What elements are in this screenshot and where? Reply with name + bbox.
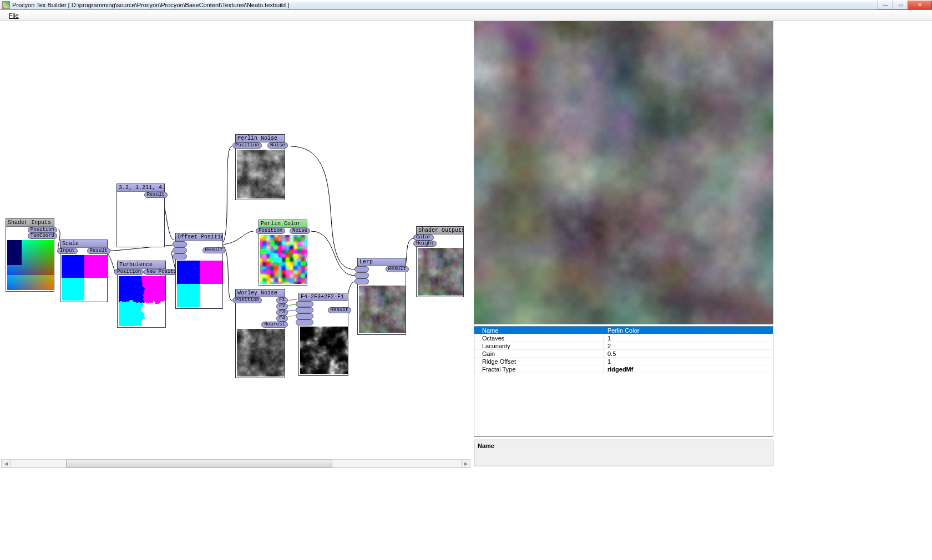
- node-title: Offset Position: [176, 233, 222, 241]
- window-titlebar: Procyon Tex Builder [ D:\programming\sou…: [0, 0, 932, 10]
- port-c[interactable]: [296, 313, 313, 319]
- port-noise[interactable]: Noise: [267, 142, 288, 149]
- property-key: Fractal Type: [474, 365, 604, 373]
- port-noise[interactable]: Noise: [290, 228, 310, 234]
- port-a[interactable]: [296, 301, 313, 307]
- node-title: Lerp: [358, 258, 406, 266]
- node-preview: [177, 261, 222, 307]
- node-preview: [418, 248, 463, 296]
- node-preview: [359, 286, 406, 333]
- node-worley-noise[interactable]: Worley Noise PositionF1 F2 F3 F4 Nearest: [235, 289, 285, 378]
- node-preview: [119, 276, 165, 326]
- node-title: Shader Outputs: [417, 227, 463, 235]
- node-shader-outputs[interactable]: Shader Outputs Color Height: [416, 226, 464, 297]
- port-t[interactable]: [354, 278, 369, 284]
- property-key: Name: [474, 327, 604, 334]
- canvas-scrollbar-horizontal[interactable]: ◀ ▶: [1, 459, 470, 468]
- close-button[interactable]: ✕: [908, 1, 932, 9]
- property-value[interactable]: ridgedMf: [604, 365, 773, 373]
- port-position[interactable]: Position: [232, 142, 262, 149]
- port-f1[interactable]: F1: [276, 297, 288, 303]
- port-height[interactable]: Height: [413, 241, 437, 247]
- property-value[interactable]: Perlin Color: [604, 327, 773, 334]
- port-result[interactable]: Result: [386, 266, 409, 272]
- port-position[interactable]: Position: [114, 269, 144, 275]
- port-nearest[interactable]: Nearest: [261, 322, 288, 328]
- node-preview: [62, 255, 107, 301]
- property-row[interactable]: Lacunarity2: [474, 342, 773, 350]
- scroll-right-icon[interactable]: ▶: [461, 460, 470, 467]
- port-d[interactable]: [296, 319, 313, 325]
- property-value[interactable]: 1: [604, 358, 773, 365]
- node-scale[interactable]: Scale Input Result: [60, 240, 108, 302]
- node-constant[interactable]: 3.2, 1.231, 4.324 Result: [116, 184, 165, 247]
- node-title: Shader Inputs: [6, 219, 54, 227]
- port-f4[interactable]: F4: [276, 315, 288, 322]
- port-result[interactable]: Result: [144, 192, 168, 198]
- property-row[interactable]: Ridge Offset1: [474, 358, 773, 365]
- minimize-button[interactable]: —: [878, 1, 893, 9]
- node-preview: [117, 198, 164, 247]
- port-position[interactable]: Position: [232, 297, 262, 303]
- property-row[interactable]: NamePerlin Color: [474, 327, 773, 334]
- app-icon: [2, 1, 10, 9]
- property-row[interactable]: Fractal TyperidgedMf: [474, 365, 773, 373]
- port-color[interactable]: Color: [413, 235, 434, 241]
- port-result[interactable]: Result: [202, 247, 226, 253]
- node-shader-inputs[interactable]: Shader Inputs Position TexCoord: [6, 218, 54, 292]
- node-title: Turbulence: [118, 261, 165, 269]
- port-f2[interactable]: F2: [276, 303, 288, 309]
- preview-panel: [474, 21, 773, 324]
- port-f3[interactable]: F3: [276, 309, 288, 315]
- property-description: Name: [474, 440, 773, 466]
- port-result[interactable]: Result: [328, 307, 351, 313]
- window-title: Procyon Tex Builder [ D:\programming\sou…: [12, 2, 878, 8]
- port-texcoord[interactable]: TexCoord: [28, 233, 57, 239]
- node-worley-math[interactable]: F4-2F3+2F2-F1 Result: [298, 293, 348, 376]
- node-preview: [7, 240, 54, 290]
- node-preview: [237, 329, 285, 376]
- port-position[interactable]: Position: [256, 228, 285, 234]
- node-graph-canvas[interactable]: Shader Inputs Position TexCoord Scale In…: [0, 21, 472, 459]
- scroll-thumb[interactable]: [66, 460, 332, 467]
- node-title: Worley Noise: [236, 289, 285, 297]
- property-value[interactable]: 0.5: [604, 350, 773, 357]
- texture-preview: [474, 21, 773, 324]
- scroll-left-icon[interactable]: ◀: [2, 460, 11, 467]
- node-preview: [300, 327, 348, 374]
- port-in1[interactable]: [173, 241, 187, 247]
- property-key: Gain: [474, 350, 604, 357]
- node-preview: [237, 150, 285, 198]
- port-in2[interactable]: [173, 247, 187, 253]
- property-key: Lacunarity: [474, 342, 604, 349]
- property-key: Octaves: [474, 334, 604, 342]
- maximize-button[interactable]: ▭: [893, 1, 908, 9]
- property-desc-label: Name: [478, 442, 769, 449]
- port-b[interactable]: [296, 307, 313, 313]
- port-result[interactable]: Result: [87, 248, 110, 254]
- property-value[interactable]: 1: [604, 334, 773, 342]
- node-title: 3.2, 1.231, 4.324: [117, 184, 164, 192]
- node-perlin-color[interactable]: Perlin Color Position Noise: [259, 220, 307, 286]
- node-title: Perlin Noise: [236, 135, 285, 142]
- port-input[interactable]: Input: [57, 248, 78, 254]
- port-a[interactable]: [354, 266, 369, 272]
- scroll-track[interactable]: [11, 460, 461, 467]
- menu-bar: File: [0, 10, 932, 21]
- node-perlin-noise[interactable]: Perlin Noise Position Noise: [235, 134, 285, 200]
- node-offset-position[interactable]: Offset Position Result: [175, 233, 223, 309]
- port-in3[interactable]: [173, 253, 187, 259]
- node-preview: [260, 235, 307, 284]
- node-title: Perlin Color: [259, 220, 307, 228]
- property-row[interactable]: Gain0.5: [474, 350, 773, 358]
- property-row[interactable]: Octaves1: [474, 334, 773, 342]
- port-b[interactable]: [354, 272, 369, 278]
- node-title: Scale: [60, 240, 107, 248]
- property-value[interactable]: 2: [604, 342, 773, 349]
- menu-file[interactable]: File: [6, 12, 22, 19]
- port-position[interactable]: Position: [28, 227, 57, 233]
- node-lerp[interactable]: Lerp Result: [357, 258, 406, 335]
- property-grid[interactable]: NamePerlin ColorOctaves1Lacunarity2Gain0…: [474, 326, 773, 437]
- node-title: F4-2F3+2F2-F1: [299, 293, 348, 301]
- node-turbulence[interactable]: Turbulence Position New Position: [117, 261, 166, 328]
